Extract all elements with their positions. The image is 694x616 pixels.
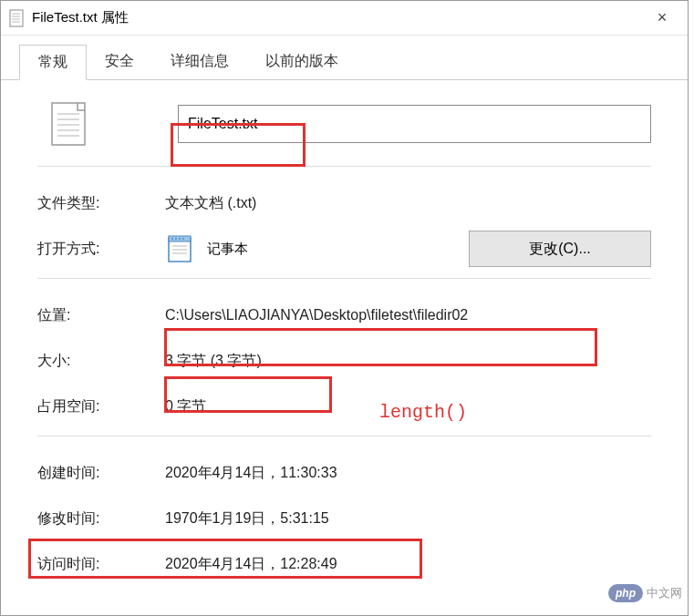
- value-modified: 1970年1月19日，5:31:15: [165, 509, 651, 529]
- label-modified: 修改时间:: [37, 509, 165, 529]
- svg-point-16: [182, 238, 184, 240]
- titlebar: FileTest.txt 属性 ×: [1, 1, 688, 36]
- svg-rect-0: [10, 10, 23, 26]
- label-accessed: 访问时间:: [37, 555, 165, 574]
- svg-rect-5: [52, 103, 85, 145]
- row-size: 大小: 3 字节 (3 字节): [37, 341, 651, 381]
- svg-point-13: [171, 238, 173, 240]
- separator: [37, 436, 651, 436]
- row-file-type: 文件类型: 文本文档 (.txt): [37, 183, 651, 223]
- tabs: 常规 安全 详细信息 以前的版本: [1, 36, 688, 80]
- separator: [37, 278, 651, 279]
- filename-row: [37, 98, 651, 149]
- open-with-value-group: 记事本: [165, 234, 469, 263]
- svg-point-14: [175, 238, 177, 240]
- filename-input-wrap: [178, 105, 651, 143]
- value-size: 3 字节 (3 字节): [165, 352, 651, 371]
- value-open-with: 记事本: [207, 241, 248, 258]
- row-accessed: 访问时间: 2020年4月14日，12:28:49: [37, 544, 651, 584]
- file-icon: [8, 8, 25, 28]
- value-file-type: 文本文档 (.txt): [165, 194, 651, 213]
- tab-previous-versions[interactable]: 以前的版本: [247, 45, 357, 79]
- file-icon-large: [47, 98, 90, 149]
- notepad-icon: [165, 234, 194, 263]
- watermark: php 中文网: [608, 584, 682, 602]
- svg-point-15: [179, 238, 181, 240]
- content-area: 文件类型: 文本文档 (.txt) 打开方式:: [1, 80, 688, 584]
- separator: [37, 166, 651, 167]
- tab-details[interactable]: 详细信息: [152, 45, 247, 79]
- row-location: 位置: C:\Users\LIAOJIANYA\Desktop\filetest…: [37, 295, 651, 335]
- window-title: FileTest.txt 属性: [32, 9, 644, 26]
- row-created: 创建时间: 2020年4月14日，11:30:33: [37, 453, 651, 493]
- row-modified: 修改时间: 1970年1月19日，5:31:15: [37, 498, 651, 539]
- label-size: 大小:: [37, 352, 165, 371]
- label-location: 位置:: [37, 306, 165, 325]
- length-annotation: length(): [379, 402, 467, 423]
- filename-input[interactable]: [178, 105, 651, 143]
- row-size-on-disk: 占用空间: 0 字节: [37, 386, 651, 426]
- label-file-type: 文件类型:: [37, 194, 165, 213]
- change-button[interactable]: 更改(C)...: [469, 231, 651, 267]
- close-button[interactable]: ×: [644, 3, 680, 34]
- label-size-on-disk: 占用空间:: [37, 397, 165, 416]
- label-created: 创建时间:: [37, 464, 165, 483]
- watermark-text: 中文网: [647, 585, 682, 601]
- tab-general[interactable]: 常规: [19, 45, 87, 80]
- tab-security[interactable]: 安全: [87, 45, 152, 79]
- php-badge: php: [608, 584, 643, 602]
- row-open-with: 打开方式: 记事本 更改(C): [37, 229, 651, 269]
- value-location: C:\Users\LIAOJIANYA\Desktop\filetest\fil…: [165, 307, 651, 323]
- value-accessed: 2020年4月14日，12:28:49: [165, 555, 651, 574]
- label-open-with: 打开方式:: [37, 240, 165, 259]
- properties-window: FileTest.txt 属性 × 常规 安全 详细信息 以前的版本: [0, 0, 689, 616]
- value-created: 2020年4月14日，11:30:33: [165, 464, 651, 483]
